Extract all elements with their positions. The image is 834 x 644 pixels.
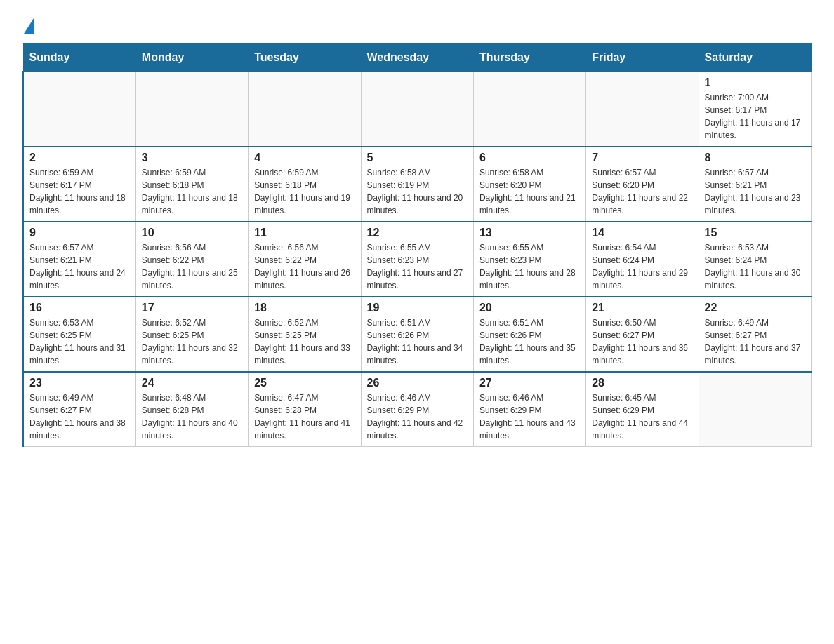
day-info: Sunrise: 6:50 AM Sunset: 6:27 PM Dayligh… <box>592 316 692 367</box>
day-number: 13 <box>479 227 580 239</box>
day-number: 4 <box>254 152 355 164</box>
calendar-cell: 4Sunrise: 6:59 AM Sunset: 6:18 PM Daylig… <box>249 147 361 222</box>
day-info: Sunrise: 6:52 AM Sunset: 6:25 PM Dayligh… <box>254 316 355 367</box>
day-number: 20 <box>479 302 580 314</box>
calendar-cell <box>699 372 811 447</box>
day-number: 28 <box>592 377 692 389</box>
day-info: Sunrise: 6:58 AM Sunset: 6:20 PM Dayligh… <box>479 166 580 217</box>
calendar-cell <box>586 72 699 147</box>
day-info: Sunrise: 6:48 AM Sunset: 6:28 PM Dayligh… <box>142 391 242 442</box>
day-number: 9 <box>29 227 130 239</box>
calendar-cell <box>23 72 135 147</box>
day-number: 15 <box>705 227 805 239</box>
logo-triangle-icon <box>24 18 34 34</box>
calendar-cell: 22Sunrise: 6:49 AM Sunset: 6:27 PM Dayli… <box>699 297 811 372</box>
calendar-cell: 8Sunrise: 6:57 AM Sunset: 6:21 PM Daylig… <box>699 147 811 222</box>
page-header <box>22 17 812 32</box>
weekday-header-wednesday: Wednesday <box>361 44 473 72</box>
calendar-cell <box>473 72 585 147</box>
day-number: 25 <box>254 377 355 389</box>
day-info: Sunrise: 6:51 AM Sunset: 6:26 PM Dayligh… <box>367 316 468 367</box>
calendar-cell <box>135 72 248 147</box>
calendar-cell: 28Sunrise: 6:45 AM Sunset: 6:29 PM Dayli… <box>586 372 699 447</box>
calendar-week-row: 23Sunrise: 6:49 AM Sunset: 6:27 PM Dayli… <box>23 372 812 447</box>
day-number: 3 <box>142 152 242 164</box>
day-info: Sunrise: 6:46 AM Sunset: 6:29 PM Dayligh… <box>479 391 580 442</box>
calendar-cell: 15Sunrise: 6:53 AM Sunset: 6:24 PM Dayli… <box>699 222 811 297</box>
calendar-cell: 13Sunrise: 6:55 AM Sunset: 6:23 PM Dayli… <box>473 222 585 297</box>
calendar-week-row: 2Sunrise: 6:59 AM Sunset: 6:17 PM Daylig… <box>23 147 812 222</box>
day-info: Sunrise: 6:59 AM Sunset: 6:18 PM Dayligh… <box>142 166 242 217</box>
day-info: Sunrise: 6:57 AM Sunset: 6:21 PM Dayligh… <box>705 166 805 217</box>
day-number: 12 <box>367 227 468 239</box>
logo <box>22 17 34 32</box>
day-info: Sunrise: 6:46 AM Sunset: 6:29 PM Dayligh… <box>367 391 468 442</box>
day-info: Sunrise: 6:57 AM Sunset: 6:20 PM Dayligh… <box>592 166 692 217</box>
calendar-cell: 19Sunrise: 6:51 AM Sunset: 6:26 PM Dayli… <box>361 297 473 372</box>
calendar-cell: 26Sunrise: 6:46 AM Sunset: 6:29 PM Dayli… <box>361 372 473 447</box>
day-number: 18 <box>254 302 355 314</box>
day-number: 5 <box>367 152 468 164</box>
calendar-cell: 24Sunrise: 6:48 AM Sunset: 6:28 PM Dayli… <box>135 372 248 447</box>
calendar-cell: 17Sunrise: 6:52 AM Sunset: 6:25 PM Dayli… <box>135 297 248 372</box>
calendar-cell <box>249 72 361 147</box>
day-info: Sunrise: 6:57 AM Sunset: 6:21 PM Dayligh… <box>29 241 130 292</box>
calendar-week-row: 9Sunrise: 6:57 AM Sunset: 6:21 PM Daylig… <box>23 222 812 297</box>
day-number: 21 <box>592 302 692 314</box>
calendar-cell: 20Sunrise: 6:51 AM Sunset: 6:26 PM Dayli… <box>473 297 585 372</box>
calendar-week-row: 16Sunrise: 6:53 AM Sunset: 6:25 PM Dayli… <box>23 297 812 372</box>
day-info: Sunrise: 6:47 AM Sunset: 6:28 PM Dayligh… <box>254 391 355 442</box>
day-info: Sunrise: 6:52 AM Sunset: 6:25 PM Dayligh… <box>142 316 242 367</box>
weekday-header-friday: Friday <box>586 44 699 72</box>
weekday-header-sunday: Sunday <box>23 44 135 72</box>
day-number: 10 <box>142 227 242 239</box>
calendar-header-row: SundayMondayTuesdayWednesdayThursdayFrid… <box>23 44 812 72</box>
day-info: Sunrise: 6:53 AM Sunset: 6:25 PM Dayligh… <box>29 316 130 367</box>
day-info: Sunrise: 6:51 AM Sunset: 6:26 PM Dayligh… <box>479 316 580 367</box>
calendar-cell: 11Sunrise: 6:56 AM Sunset: 6:22 PM Dayli… <box>249 222 361 297</box>
calendar-cell: 7Sunrise: 6:57 AM Sunset: 6:20 PM Daylig… <box>586 147 699 222</box>
day-info: Sunrise: 6:59 AM Sunset: 6:17 PM Dayligh… <box>29 166 130 217</box>
calendar-cell: 25Sunrise: 6:47 AM Sunset: 6:28 PM Dayli… <box>249 372 361 447</box>
day-number: 22 <box>705 302 805 314</box>
day-info: Sunrise: 6:55 AM Sunset: 6:23 PM Dayligh… <box>367 241 468 292</box>
calendar-table: SundayMondayTuesdayWednesdayThursdayFrid… <box>22 43 812 447</box>
calendar-cell: 16Sunrise: 6:53 AM Sunset: 6:25 PM Dayli… <box>23 297 135 372</box>
day-number: 27 <box>479 377 580 389</box>
day-number: 23 <box>29 377 130 389</box>
day-number: 19 <box>367 302 468 314</box>
day-number: 26 <box>367 377 468 389</box>
day-info: Sunrise: 6:56 AM Sunset: 6:22 PM Dayligh… <box>254 241 355 292</box>
day-number: 14 <box>592 227 692 239</box>
calendar-cell: 9Sunrise: 6:57 AM Sunset: 6:21 PM Daylig… <box>23 222 135 297</box>
weekday-header-tuesday: Tuesday <box>249 44 361 72</box>
weekday-header-saturday: Saturday <box>699 44 811 72</box>
day-number: 17 <box>142 302 242 314</box>
calendar-cell: 1Sunrise: 7:00 AM Sunset: 6:17 PM Daylig… <box>699 72 811 147</box>
day-number: 7 <box>592 152 692 164</box>
day-info: Sunrise: 7:00 AM Sunset: 6:17 PM Dayligh… <box>705 91 805 142</box>
day-number: 24 <box>142 377 242 389</box>
calendar-cell: 6Sunrise: 6:58 AM Sunset: 6:20 PM Daylig… <box>473 147 585 222</box>
calendar-cell: 23Sunrise: 6:49 AM Sunset: 6:27 PM Dayli… <box>23 372 135 447</box>
day-info: Sunrise: 6:49 AM Sunset: 6:27 PM Dayligh… <box>29 391 130 442</box>
calendar-cell: 14Sunrise: 6:54 AM Sunset: 6:24 PM Dayli… <box>586 222 699 297</box>
calendar-cell: 3Sunrise: 6:59 AM Sunset: 6:18 PM Daylig… <box>135 147 248 222</box>
weekday-header-monday: Monday <box>135 44 248 72</box>
day-info: Sunrise: 6:53 AM Sunset: 6:24 PM Dayligh… <box>705 241 805 292</box>
day-number: 2 <box>29 152 130 164</box>
day-number: 8 <box>705 152 805 164</box>
day-info: Sunrise: 6:55 AM Sunset: 6:23 PM Dayligh… <box>479 241 580 292</box>
day-info: Sunrise: 6:56 AM Sunset: 6:22 PM Dayligh… <box>142 241 242 292</box>
calendar-cell: 12Sunrise: 6:55 AM Sunset: 6:23 PM Dayli… <box>361 222 473 297</box>
calendar-cell: 2Sunrise: 6:59 AM Sunset: 6:17 PM Daylig… <box>23 147 135 222</box>
weekday-header-thursday: Thursday <box>473 44 585 72</box>
calendar-cell: 18Sunrise: 6:52 AM Sunset: 6:25 PM Dayli… <box>249 297 361 372</box>
day-number: 6 <box>479 152 580 164</box>
calendar-cell: 5Sunrise: 6:58 AM Sunset: 6:19 PM Daylig… <box>361 147 473 222</box>
day-info: Sunrise: 6:59 AM Sunset: 6:18 PM Dayligh… <box>254 166 355 217</box>
day-info: Sunrise: 6:49 AM Sunset: 6:27 PM Dayligh… <box>705 316 805 367</box>
calendar-cell: 21Sunrise: 6:50 AM Sunset: 6:27 PM Dayli… <box>586 297 699 372</box>
day-number: 11 <box>254 227 355 239</box>
day-info: Sunrise: 6:58 AM Sunset: 6:19 PM Dayligh… <box>367 166 468 217</box>
